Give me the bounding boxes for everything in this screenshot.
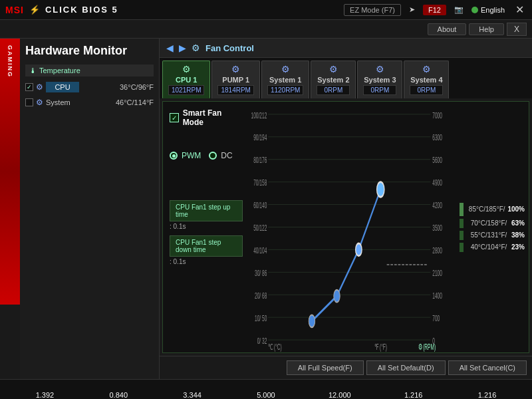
all-set-cancel-button[interactable]: All Set Cancel(C) [448,360,527,375]
f12-button[interactable]: F12 [423,5,446,15]
voltage-item-5: 1.216 DRAM A/B [394,391,434,399]
legend-pct-0: 100% [507,205,525,213]
step-up-value: : 0.1s [170,223,243,230]
main-layout: Hardware Monitor 🌡 Temperature ✓ ⚙ CPU 3… [0,39,532,379]
svg-point-36 [356,243,362,256]
voltage-item-4: 12.000 System/12V [320,391,360,399]
svg-text:100/212: 100/212 [251,110,267,120]
pwm-radio[interactable] [170,152,178,160]
fan-tab-4[interactable]: ⚙ System 3 0RPM [357,61,402,98]
legend-bar-1 [460,219,464,228]
all-full-speed-button[interactable]: All Full Speed(F) [287,360,364,375]
svg-text:1400: 1400 [432,291,442,301]
ez-mode-label[interactable]: EZ Mode (F7) [344,4,401,16]
fan-tab-icon-0: ⚙ [168,64,204,74]
language-button[interactable]: English [471,6,505,14]
svg-text:7000: 7000 [432,110,442,120]
legend-bar-2 [460,231,464,240]
fan-tab-5[interactable]: ⚙ System 4 0RPM [404,61,449,98]
legend-temp-1: 70°C/158°F/ [471,219,507,227]
legend-bar-3 [460,243,464,252]
sidebar-title: Hardware Monitor [25,44,154,58]
cpu-label: CPU [46,82,79,92]
lang-dot [471,7,478,13]
about-button[interactable]: About [428,23,467,35]
close-button[interactable]: ✕ [513,3,527,16]
system-label: System [46,98,70,106]
chart-inner: ✓ Smart Fan Mode PWM DC CPU Fan1 step up… [163,102,529,352]
fan-tab-icon-3: ⚙ [317,64,350,74]
chart-area: ✓ Smart Fan Mode PWM DC CPU Fan1 step up… [162,101,529,353]
legend-row-2: 55°C/131°F/ 38% [460,231,525,240]
language-label: English [481,6,505,14]
fan-tab-rpm-3: 0RPM [317,85,350,95]
svg-point-35 [334,290,340,303]
svg-text:20/ 68: 20/ 68 [255,291,267,301]
legend-pct-3: 23% [511,243,525,251]
svg-text:4200: 4200 [432,201,442,210]
dc-radio[interactable] [209,152,217,160]
cpu-checkbox[interactable]: ✓ [25,83,33,91]
fan-tab-0[interactable]: ⚙ CPU 1 1021RPM [162,61,210,98]
system-temp-row: ⚙ System 46°C/114°F [25,96,154,108]
fan-tab-name-2: System 1 [267,76,303,84]
fan-tab-name-1: PUMP 1 [217,76,253,84]
svg-point-37 [377,182,384,198]
bios-title: CLICK BIOS 5 [45,5,118,15]
svg-text:4900: 4900 [432,178,442,188]
system-checkbox[interactable] [25,98,33,106]
smart-fan-label: Smart Fan Mode [183,108,243,127]
svg-text:2800: 2800 [432,246,442,255]
pwm-dc-row: PWM DC [170,151,243,160]
cpu-temp-value: 36°C/96°F [120,83,154,91]
svg-text:5600: 5600 [432,156,442,165]
system-chip-icon: ⚙ [36,98,43,107]
nav-back-arrow[interactable]: ◀ [166,43,174,53]
legend-pct-2: 38% [511,231,525,239]
legend-temp-0: 85°C/185°F/ [469,205,505,213]
fan-tab-2[interactable]: ⚙ System 1 1120RPM [261,61,309,98]
voltage-value-6: 1.216 [478,391,497,399]
help-button[interactable]: Help [469,23,504,35]
svg-text:⚙ (RPM): ⚙ (RPM) [418,342,436,352]
svg-text:6300: 6300 [432,133,442,142]
svg-text:90/194: 90/194 [253,133,267,142]
voltage-item-1: 0.840 VDD SoC [98,391,138,399]
top-bar-right: EZ Mode (F7) ➤ F12 📷 English ✕ [344,3,527,16]
voltage-value-3: 5.000 [257,391,275,399]
game-bar: GAMING [0,39,20,305]
screenshot-icon: 📷 [454,5,464,14]
arrow-icon: ➤ [409,5,415,14]
fan-header-icon: ⚙ [192,43,200,53]
fan-tab-3[interactable]: ⚙ System 2 0RPM [311,61,356,98]
content-area: ◀ ▶ ⚙ Fan Control ⚙ CPU 1 1021RPM ⚙ PUMP… [160,39,532,379]
chart-left-panel: ✓ Smart Fan Mode PWM DC CPU Fan1 step up… [163,102,249,352]
fan-tabs: ⚙ CPU 1 1021RPM ⚙ PUMP 1 1814RPM ⚙ Syste… [160,58,532,98]
thermometer-icon: 🌡 [29,66,37,74]
nav-forward-arrow[interactable]: ▶ [179,43,186,53]
top-bar: MSI ⚡ CLICK BIOS 5 EZ Mode (F7) ➤ F12 📷 … [0,0,532,20]
voltage-item-2: 3.344 System/3.3V [172,391,212,399]
system-temp-value: 46°C/114°F [116,98,154,106]
step-down-button[interactable]: CPU Fan1 step down time [170,235,243,257]
temperature-section-header: 🌡 Temperature [25,65,154,76]
fan-tab-icon-4: ⚙ [363,64,396,74]
all-set-default-button[interactable]: All Set Default(D) [366,360,446,375]
fan-tab-1[interactable]: ⚙ PUMP 1 1814RPM [211,61,259,98]
fan-tab-rpm-1: 1814RPM [217,85,253,95]
navbar-close-button[interactable]: X [507,23,527,36]
smart-fan-row: ✓ Smart Fan Mode [170,108,243,127]
svg-text:50/122: 50/122 [253,223,267,233]
smart-fan-checkbox[interactable]: ✓ [170,113,179,122]
legend-temp-3: 40°C/104°F/ [471,243,507,251]
fan-curve-svg: 100/212 90/194 80/176 70/158 60/140 50/1… [249,102,456,352]
fan-curve-chart[interactable]: 100/212 90/194 80/176 70/158 60/140 50/1… [249,102,456,352]
step-up-button[interactable]: CPU Fan1 step up time [170,200,243,221]
legend-row-3: 40°C/104°F/ 23% [460,243,525,252]
cpu-temp-row: ✓ ⚙ CPU 36°C/96°F [25,80,154,94]
svg-point-34 [309,315,315,327]
legend-row-1: 70°C/158°F/ 63% [460,219,525,228]
svg-text:30/ 86: 30/ 86 [255,269,267,278]
fan-tab-icon-2: ⚙ [267,64,303,74]
fan-tab-rpm-0: 1021RPM [168,85,204,95]
